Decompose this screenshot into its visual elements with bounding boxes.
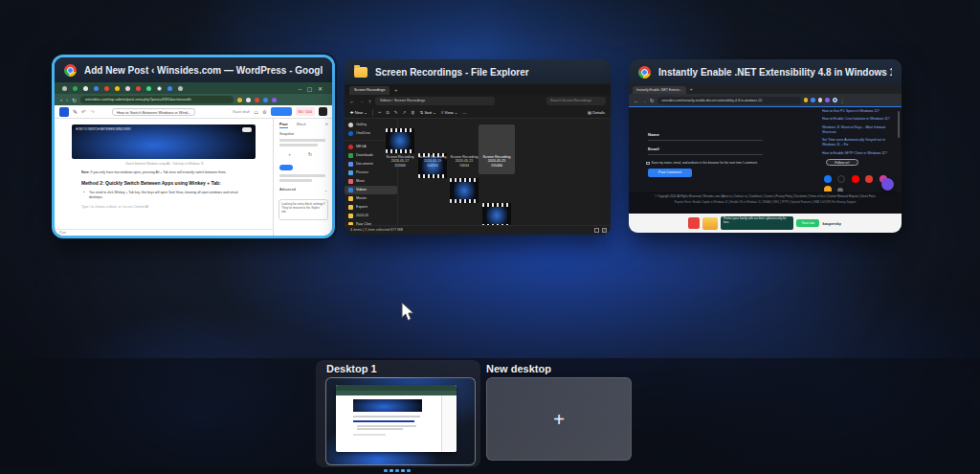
note-paragraph: Note: If you only have two windows open,… (81, 170, 250, 174)
explorer-tab: Screen Recordings (349, 86, 390, 95)
desktop1-thumbnail[interactable] (325, 377, 476, 465)
save-draft-button: Save draft (233, 109, 250, 114)
view-button: ≡ View ⌄ (441, 110, 457, 115)
browser-toolbar: ← → ↻ winsides.com/instantly-enable-dot-… (629, 94, 902, 106)
follow-us-button: Follow us! (826, 159, 858, 166)
sidebar-item-pictures: Pictures (345, 169, 397, 177)
file-label: Screen Recording 2024-05-21 74634 (447, 155, 481, 168)
more-button: … (462, 110, 466, 115)
sidebar-links: How to See PC Specs in Windows 11? How t… (822, 109, 895, 156)
webpage-body: Name Email Save my name, email, and webs… (629, 107, 902, 214)
window-thumbnail-file-explorer[interactable]: Screen Recordings - File Explorer Screen… (345, 59, 611, 235)
sidebar-link: How to Enable Cron Isolation in Windows … (822, 117, 895, 122)
publish-button (271, 107, 292, 116)
scrollbar (898, 111, 901, 138)
mini-text-line (357, 428, 403, 430)
extension-icon (246, 98, 251, 102)
chrome-icon (638, 66, 651, 79)
sidebar-link: How to See PC Specs in Windows 11? (822, 109, 895, 114)
address-bar: winsides.com/wp-admin/post-new.php?post=… (80, 96, 234, 103)
tab-post: Post (279, 122, 288, 128)
sidebar-line (279, 174, 325, 177)
sidebar-item-videos: Videos (345, 186, 397, 194)
up-icon: ↑ (368, 99, 371, 104)
sidebar-item-folder: 2024-05 (345, 212, 397, 220)
video-file-thumbnail (450, 178, 479, 203)
block-placeholder: Type / to choose a block, or / to use Co… (81, 205, 234, 209)
extension-icon (811, 98, 815, 102)
ad-strip: Protect your family with our best cybers… (629, 214, 902, 233)
ad-banner: Protect your family with our best cybers… (688, 215, 841, 231)
reload-icon: ↻ (72, 97, 77, 103)
post-heading: Method 2: Quickly Switch Between Apps us… (81, 180, 263, 186)
window-thumbnail-wordpress-chrome[interactable]: Add New Post ‹ Winsides.com — WordPress … (55, 57, 332, 236)
task-view-screen: Add New Post ‹ Winsides.com — WordPress … (0, 0, 980, 474)
ad-brand: kaspersky (822, 221, 841, 226)
ad-logo-red (688, 217, 700, 229)
new-desktop-label: New desktop (486, 363, 551, 374)
undo-icon: ↶ (81, 108, 86, 115)
breadcrumb: Post (59, 231, 66, 235)
browser-tab: Instantly Enable .NET Extensi... (633, 86, 686, 94)
preview-icon: ▭ (254, 109, 258, 115)
explorer-tab-row: Screen Recordings + (345, 84, 611, 95)
extension-icon (804, 98, 809, 102)
profile-avatar (833, 98, 837, 102)
tip-text: Looking for extra block settings? They'v… (281, 202, 325, 214)
file-label: Screen Recording 2024-05-25 155466 (479, 155, 514, 168)
window1-titlebar: Add New Post ‹ Winsides.com — WordPress … (55, 57, 332, 82)
explorer-command-bar: ✚ New ⌄ ✂ ⧉ ✎ ↗ 🗑 ⇅ Sort ⌄ ≡ View ⌄ … ▤ … (345, 107, 611, 119)
file-label: Screen Recording 2024-05-17 113346 (383, 155, 417, 168)
videos-icon (348, 188, 353, 192)
window2-titlebar: Screen Recordings - File Explorer (345, 59, 611, 84)
taskbar-icon-peek (384, 469, 388, 472)
browser-tab-strip: – ▢ ✕ (55, 82, 332, 94)
mini-heading-line (353, 420, 414, 422)
window1-title: Add New Post ‹ Winsides.com — WordPress … (84, 65, 323, 76)
site-footer: © Copyright 2024, All Rights Reserved | … (629, 192, 902, 214)
gallery-icon (348, 123, 353, 127)
mini-sidebar (441, 395, 457, 452)
mega-icon (348, 145, 353, 149)
plus-icon: + (553, 410, 565, 429)
forward-icon: › (66, 97, 68, 102)
redo-icon: ↷ (90, 108, 95, 115)
new-desktop-button[interactable]: + (486, 377, 632, 461)
copy-icon: ⧉ (387, 110, 390, 115)
delete-icon: 🗑 (411, 110, 415, 115)
music-icon (348, 179, 353, 184)
extension-icon (818, 98, 823, 102)
view-label: View (445, 110, 454, 115)
window2-title: Screen Recordings - File Explorer (375, 67, 529, 78)
documents-icon (348, 162, 353, 167)
sidebar-line (279, 144, 318, 147)
new-label: New (355, 110, 363, 115)
taskbar-icon-peek (395, 469, 399, 472)
reload-icon: ↻ (650, 98, 655, 103)
folder-icon (354, 67, 368, 78)
profile-avatar (272, 98, 277, 102)
pictures-icon (348, 170, 353, 175)
window-controls-icon: – ▢ ✕ (299, 85, 324, 92)
address-bar: winsides.com/instantly-enable-dot-net-ex… (657, 97, 801, 104)
settings-gear-icon: ⚙ (262, 109, 266, 115)
extension-icon (255, 98, 259, 102)
mini-window (336, 385, 457, 452)
post-featured-image: HOW TO SWITCH BETWEEN WINDOWS? (72, 124, 256, 159)
youtube-icon (852, 175, 859, 183)
tab-favicon-icon (115, 86, 120, 91)
footer-line1: © Copyright 2024, All Rights Reserved | … (638, 194, 892, 198)
view-list-icon (594, 228, 599, 233)
editor-footer: Post (55, 229, 273, 236)
details-label: Details (592, 110, 605, 115)
edit-pencil-icon: ✎ (73, 108, 78, 115)
sidebar-link: Windows 11 Shortcut Keys – Most Intimate… (822, 125, 895, 136)
search-input: Search Screen Recordings (546, 97, 606, 105)
sidebar-item-folder: Movies (345, 194, 397, 203)
window-thumbnail-winsides-chrome[interactable]: Instantly Enable .NET Extensibility 4.8 … (629, 59, 902, 233)
tip-box: Looking for extra block settings? They'v… (278, 199, 328, 220)
back-icon: ← (634, 98, 639, 103)
forward-icon: → (359, 99, 365, 104)
checkbox-label: Save my name, email, and website in this… (652, 161, 758, 165)
view-large-icon (602, 228, 607, 233)
